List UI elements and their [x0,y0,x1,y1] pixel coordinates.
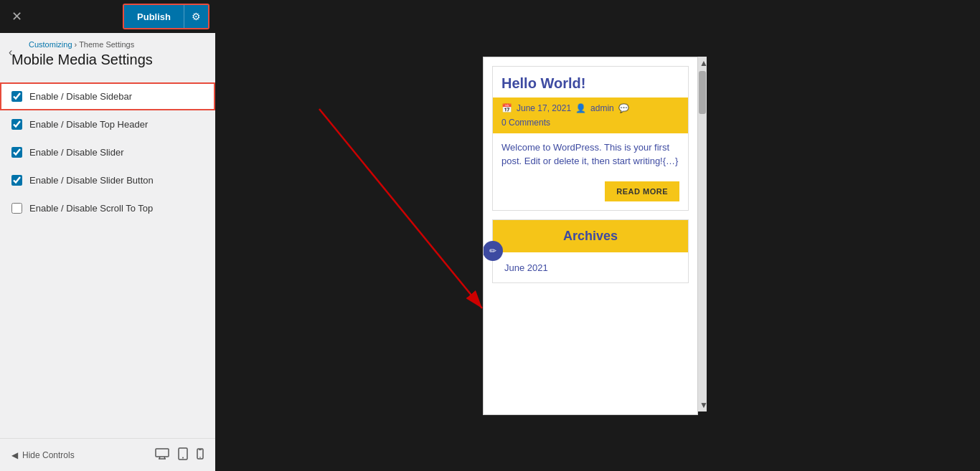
sidebar-bottom: ◀ Hide Controls [0,438,215,471]
widget-content: June 2021 [493,252,688,282]
preview-container: Hello World! 📅 June 17, 2021 👤 admin 💬 0… [483,57,712,415]
settings-label-slider: Enable / Disable Slider [29,147,124,158]
breadcrumb-theme-settings: Theme Settings [79,40,134,49]
main-area: Hello World! 📅 June 17, 2021 👤 admin 💬 0… [215,0,980,471]
sidebar: ✕ Publish ⚙ Customizing › Theme Settings… [0,0,215,471]
blog-post-card: Hello World! 📅 June 17, 2021 👤 admin 💬 0… [492,66,689,211]
meta-author: admin [590,103,614,113]
close-button[interactable]: ✕ [6,6,28,27]
hide-controls-label: Hide Controls [22,450,75,460]
checkbox-slider-button[interactable] [11,175,22,186]
checkbox-scroll-to-top[interactable] [11,203,22,214]
back-icon: ‹ [9,46,12,58]
breadcrumb: Customizing › Theme Settings [29,40,204,49]
preview-scrollbar-area: Hello World! 📅 June 17, 2021 👤 admin 💬 0… [483,57,712,415]
read-more-button[interactable]: READ MORE [605,181,679,201]
publish-area: Publish ⚙ [123,4,209,29]
gear-icon: ⚙ [192,11,201,22]
meta-calendar-icon: 📅 [501,103,512,113]
edit-pencil-button[interactable]: ✏ [483,241,503,261]
settings-item-scroll-to-top[interactable]: Enable / Disable Scroll To Top [0,194,215,222]
settings-list: Enable / Disable Sidebar Enable / Disabl… [0,77,215,438]
scroll-arrow-down[interactable]: ▼ [698,399,707,411]
breadcrumb-customizing[interactable]: Customizing [29,40,72,49]
close-icon: ✕ [11,9,22,24]
sidebar-topbar: ✕ Publish ⚙ [0,0,215,33]
widget-title-bar: Archives [493,220,688,252]
desktop-icon-button[interactable] [155,447,169,463]
scrollbar-thumb[interactable] [699,71,706,114]
read-more-area: READ MORE [493,176,688,210]
blog-excerpt: Welcome to WordPress. This is your first… [493,133,688,176]
blog-meta-bar: 📅 June 17, 2021 👤 admin 💬 0 Comments [493,97,688,133]
preview-scrollbar[interactable]: ▲ ▼ [698,57,707,411]
checkbox-slider[interactable] [11,147,22,158]
archive-item-june-2021[interactable]: June 2021 [504,262,548,273]
meta-comment-icon: 💬 [618,103,629,113]
settings-item-slider-button[interactable]: Enable / Disable Slider Button [0,166,215,194]
settings-label-scroll-to-top: Enable / Disable Scroll To Top [29,203,153,214]
widget-title: Archives [504,229,677,244]
hide-icon: ◀ [11,450,18,460]
svg-rect-0 [156,449,169,457]
breadcrumb-separator: › [75,40,77,49]
meta-date: June 17, 2021 [517,103,571,113]
svg-line-10 [319,109,482,308]
svg-point-8 [199,457,201,458]
meta-comments: 0 Comments [501,118,550,128]
settings-item-sidebar[interactable]: Enable / Disable Sidebar [0,82,215,110]
blog-post-title: Hello World! [493,67,688,97]
back-button[interactable]: ‹ [0,40,21,65]
gear-button[interactable]: ⚙ [184,5,208,28]
tablet-icon-button[interactable] [178,447,188,463]
checkbox-sidebar[interactable] [11,91,22,102]
settings-label-sidebar: Enable / Disable Sidebar [29,91,132,102]
page-title: Mobile Media Settings [0,52,215,77]
settings-item-slider[interactable]: Enable / Disable Slider [0,138,215,166]
settings-label-slider-button: Enable / Disable Slider Button [29,175,154,186]
settings-item-top-header[interactable]: Enable / Disable Top Header [0,110,215,138]
mobile-icon-button[interactable] [197,447,204,463]
scroll-arrow-up[interactable]: ▲ [698,57,707,70]
preview-iframe: Hello World! 📅 June 17, 2021 👤 admin 💬 0… [483,57,698,415]
svg-point-5 [182,457,184,458]
breadcrumb-area: Customizing › Theme Settings [0,33,215,52]
publish-button[interactable]: Publish [124,5,184,28]
archives-widget: ✏ Archives June 2021 [492,219,689,283]
device-icons [155,447,204,463]
hide-controls-button[interactable]: ◀ Hide Controls [11,450,75,460]
meta-user-icon: 👤 [575,103,586,113]
settings-label-top-header: Enable / Disable Top Header [29,119,148,130]
checkbox-top-header[interactable] [11,119,22,130]
